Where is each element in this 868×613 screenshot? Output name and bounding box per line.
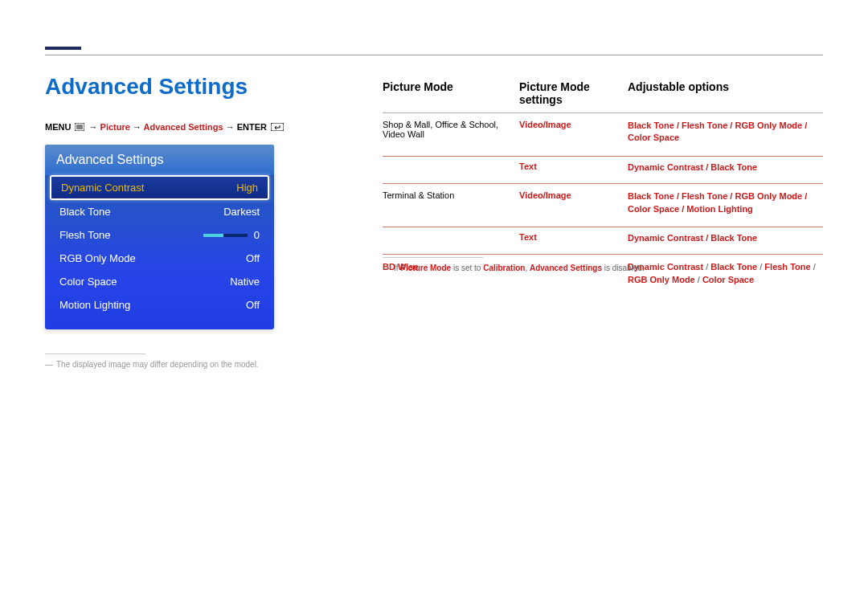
- panel-row-slider-wrap: 0: [203, 229, 260, 241]
- breadcrumb-arrow: →: [226, 122, 237, 132]
- breadcrumb-advanced: Advanced Settings: [144, 122, 223, 132]
- breadcrumb-menu: MENU: [45, 122, 71, 132]
- breadcrumb-enter: ENTER: [237, 122, 267, 132]
- opt: Motion Lighting: [686, 204, 752, 214]
- separator: /: [679, 204, 686, 214]
- table-group-terminal-station: Terminal & Station Video/Image Black Ton…: [383, 184, 823, 255]
- note-advanced-settings: Advanced Settings: [530, 264, 602, 272]
- header-rule: [45, 55, 823, 55]
- opt: Color Space: [628, 204, 679, 214]
- separator: /: [757, 262, 764, 272]
- mode-shop-mall: Shop & Mall: [383, 120, 430, 129]
- breadcrumb-arrow: →: [133, 122, 144, 132]
- panel-row-value: High: [236, 182, 258, 194]
- separator: /: [695, 275, 702, 284]
- panel-row-flesh-tone[interactable]: Flesh Tone 0: [45, 223, 274, 247]
- separator: ,: [496, 120, 498, 129]
- opt: Color Space: [702, 275, 754, 284]
- cell-picture-mode-empty: [383, 161, 519, 174]
- opt: Flesh Tone: [764, 262, 810, 272]
- panel-row-rgb-only-mode[interactable]: RGB Only Mode Off: [45, 247, 274, 270]
- table-header: Picture Mode Picture Mode settings Adjus…: [383, 80, 823, 113]
- note-text-suffix: is disabled.: [602, 264, 645, 272]
- panel-row-value: Off: [246, 252, 260, 264]
- note-picture-mode: Picture Mode: [400, 264, 451, 272]
- panel-footnote: ―The displayed image may differ dependin…: [45, 360, 259, 369]
- opt: Black Tone: [710, 162, 757, 172]
- mode-office-school: Office & School: [435, 120, 496, 129]
- cell-picture-mode-empty: [383, 232, 519, 244]
- dash-icon: ―: [45, 360, 53, 369]
- panel-row-label: Color Space: [59, 276, 230, 288]
- dash-icon: ―: [383, 264, 391, 272]
- separator: /: [802, 191, 807, 201]
- opt: RGB Only Mode: [735, 191, 802, 201]
- panel-row-label: RGB Only Mode: [59, 252, 246, 264]
- separator: /: [811, 262, 816, 272]
- panel-row-dynamic-contrast[interactable]: Dynamic Contrast High: [50, 175, 269, 200]
- opt: Flesh Tone: [682, 121, 727, 130]
- panel-row-motion-lighting[interactable]: Motion Lighting Off: [45, 293, 274, 317]
- panel-row-label: Motion Lighting: [59, 299, 246, 311]
- settings-panel: Advanced Settings Dynamic Contrast High …: [45, 145, 274, 329]
- table-row: Text Dynamic Contrast / Black Tone: [383, 227, 823, 249]
- separator: /: [703, 233, 710, 243]
- footnote-divider: [45, 353, 145, 354]
- table-row: Terminal & Station Video/Image Black Ton…: [383, 184, 823, 227]
- separator: /: [703, 262, 710, 272]
- opt: Black Tone: [628, 121, 674, 130]
- opt: RGB Only Mode: [628, 275, 695, 284]
- opt: Dynamic Contrast: [628, 233, 703, 243]
- panel-row-color-space[interactable]: Color Space Native: [45, 270, 274, 293]
- footnote-text: The displayed image may differ depending…: [56, 360, 259, 369]
- col-header-picture-mode-settings: Picture Mode settings: [519, 80, 628, 106]
- panel-title: Advanced Settings: [45, 145, 274, 175]
- cell-options: Black Tone / Flesh Tone / RGB Only Mode …: [628, 190, 823, 215]
- page-title: Advanced Settings: [45, 74, 248, 100]
- panel-row-value: Off: [246, 299, 260, 311]
- opt: Color Space: [628, 133, 679, 142]
- cell-options: Black Tone / Flesh Tone / RGB Only Mode …: [628, 120, 823, 145]
- opt: Black Tone: [628, 191, 674, 201]
- separator: /: [802, 121, 807, 130]
- cell-options: Dynamic Contrast / Black Tone: [628, 232, 823, 244]
- cell-options: Dynamic Contrast / Black Tone / Flesh To…: [628, 261, 823, 286]
- col-header-picture-mode: Picture Mode: [383, 80, 519, 106]
- header-accent-bar: [45, 47, 81, 50]
- opt: RGB Only Mode: [735, 121, 802, 130]
- note-divider: [383, 257, 483, 258]
- separator: /: [674, 121, 682, 130]
- separator: /: [703, 162, 710, 172]
- cell-options: Dynamic Contrast / Black Tone: [628, 161, 823, 174]
- svg-rect-4: [271, 123, 284, 131]
- cell-setting: Video/Image: [519, 190, 628, 215]
- panel-row-value: Native: [230, 276, 260, 288]
- separator: /: [674, 191, 682, 201]
- table-row: Text Dynamic Contrast / Black Tone: [383, 157, 823, 178]
- cell-setting: Text: [519, 232, 628, 244]
- cell-picture-mode: Shop & Mall, Office & School, Video Wall: [383, 120, 519, 145]
- cell-setting: Video/Image: [519, 120, 628, 145]
- panel-row-value: 0: [254, 229, 260, 241]
- enter-icon: [271, 123, 284, 133]
- panel-row-black-tone[interactable]: Black Tone Darkest: [45, 200, 274, 223]
- slider-track[interactable]: [203, 234, 248, 237]
- slider-fill: [203, 234, 223, 237]
- panel-row-value: Darkest: [223, 206, 260, 218]
- opt: Black Tone: [710, 262, 757, 272]
- menu-icon: [75, 123, 84, 133]
- note-calibration: Calibration: [483, 264, 525, 272]
- panel-row-label: Black Tone: [59, 206, 223, 218]
- breadcrumb-picture: Picture: [100, 122, 130, 132]
- table-group-shop-mall: Shop & Mall, Office & School, Video Wall…: [383, 113, 823, 184]
- col-header-adjustable-options: Adjustable options: [628, 80, 823, 106]
- panel-row-label: Flesh Tone: [59, 229, 203, 241]
- panel-row-label: Dynamic Contrast: [61, 182, 236, 194]
- table-group-bd-wise: BD Wise Dynamic Contrast / Black Tone / …: [383, 255, 823, 297]
- table-row: Shop & Mall, Office & School, Video Wall…: [383, 113, 823, 157]
- note-text-mid1: is set to: [451, 264, 483, 272]
- calibration-note: ―If Picture Mode is set to Calibration, …: [383, 264, 645, 272]
- mode-video-wall: Video Wall: [383, 129, 424, 139]
- cell-picture-mode: Terminal & Station: [383, 190, 519, 215]
- breadcrumb: MENU → Picture → Advanced Settings → ENT…: [45, 122, 284, 133]
